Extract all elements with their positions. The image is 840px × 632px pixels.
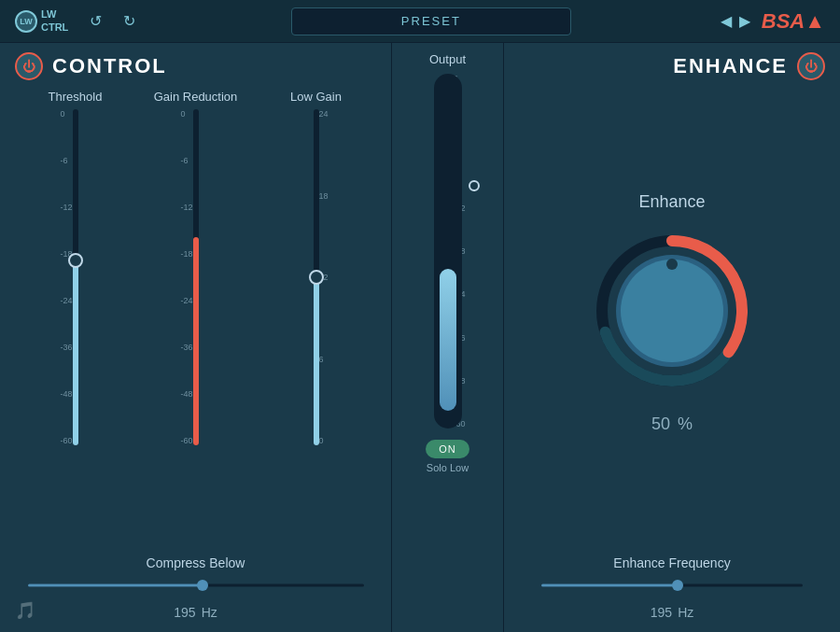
enhance-power-button[interactable]: ⏻ [797,52,825,80]
svg-point-2 [621,260,723,362]
control-header: ⏻ CONTROL [15,52,376,80]
bottom-icon: 🎵 [15,600,35,621]
top-bar: LW LWCTRL ↺ ↻ PRESET ◀ ▶ BSA▲ [0,0,840,43]
low-gain-column: Low Gain 24 18 12 6 0 [256,90,376,548]
output-meter: 6 0 -6 -12 -18 -24 -36 -48 -60 [420,74,476,428]
gain-reduction-track: 0 -6 -12 -18 -24 -36 -48 -60 [173,109,219,445]
output-meter-fill [440,269,456,411]
enhance-freq-slider[interactable] [541,576,803,595]
knob-value: 50 % [651,406,693,436]
compress-below-fill [28,584,203,587]
solo-low-button[interactable]: ON [426,440,469,458]
solo-low-label: Solo Low [427,462,469,473]
enhance-freq-handle[interactable] [672,580,683,591]
output-panel: Output 6 0 -6 -12 -18 -24 -36 -48 -60 ON… [392,43,504,632]
output-gain-knob[interactable] [469,180,480,191]
gain-reduction-ticks: 0 -6 -12 -18 -24 -36 -48 -60 [180,109,192,445]
gain-reduction-label: Gain Reduction [154,90,238,104]
knob-label: Enhance [638,192,705,212]
gain-reduction-column: Gain Reduction 0 -6 -12 -18 -24 -36 -48 … [135,90,256,548]
sliders-area: Threshold 0 -6 -12 -18 -24 -36 -48 -60 [15,90,376,548]
enhance-freq-fill [541,584,678,587]
compress-below-section: Compress Below 195 Hz [15,555,376,623]
enhance-title: ENHANCE [673,54,788,78]
logo: LW LWCTRL [15,8,71,33]
main-content: ⏻ CONTROL Threshold 0 -6 -12 -18 -24 -36… [0,43,840,632]
threshold-track: 0 -6 -12 -18 -24 -36 -48 -60 [52,109,99,445]
enhance-freq-value: 195 Hz [519,598,825,623]
compress-below-handle[interactable] [197,580,208,591]
preset-area: PRESET [153,7,709,35]
low-gain-fill [314,277,319,445]
output-label: Output [429,52,466,66]
threshold-fill [73,260,78,445]
undo-button[interactable]: ↺ [82,8,108,35]
bsa-logo: BSA▲ [762,9,825,34]
threshold-column: Threshold 0 -6 -12 -18 -24 -36 -48 -60 [15,90,135,548]
svg-point-3 [666,259,678,270]
knob-area: Enhance 50 % [519,80,825,548]
low-gain-track: 24 18 12 6 0 [293,109,340,445]
compress-below-slider[interactable] [28,576,364,595]
gain-reduction-fill [193,237,199,445]
redo-button[interactable]: ↻ [116,8,142,35]
enhance-panel: ENHANCE ⏻ Enhance [504,43,840,632]
enhance-knob[interactable] [588,227,756,395]
enhance-freq-section: Enhance Frequency 195 Hz [519,555,825,623]
output-meter-outer [434,74,462,428]
preset-next-button[interactable]: ▶ [739,12,750,30]
compress-below-label: Compress Below [15,555,376,570]
low-gain-label: Low Gain [290,90,342,104]
logo-icon: LW [15,10,37,33]
logo-text: LWCTRL [41,8,68,33]
low-gain-handle[interactable] [309,270,324,285]
control-panel: ⏻ CONTROL Threshold 0 -6 -12 -18 -24 -36… [0,43,392,632]
compress-below-value: 195 Hz [15,598,376,623]
top-controls: ↺ ↻ [82,8,142,35]
control-power-button[interactable]: ⏻ [15,52,43,80]
control-title: CONTROL [52,54,167,78]
preset-prev-button[interactable]: ◀ [721,12,732,30]
threshold-ticks: 0 -6 -12 -18 -24 -36 -48 -60 [60,109,72,445]
threshold-handle[interactable] [68,253,83,268]
preset-box[interactable]: PRESET [291,7,571,35]
preset-nav: ◀ ▶ [721,12,750,30]
enhance-freq-label: Enhance Frequency [519,555,825,570]
threshold-label: Threshold [49,90,103,104]
enhance-header: ENHANCE ⏻ [519,52,825,80]
